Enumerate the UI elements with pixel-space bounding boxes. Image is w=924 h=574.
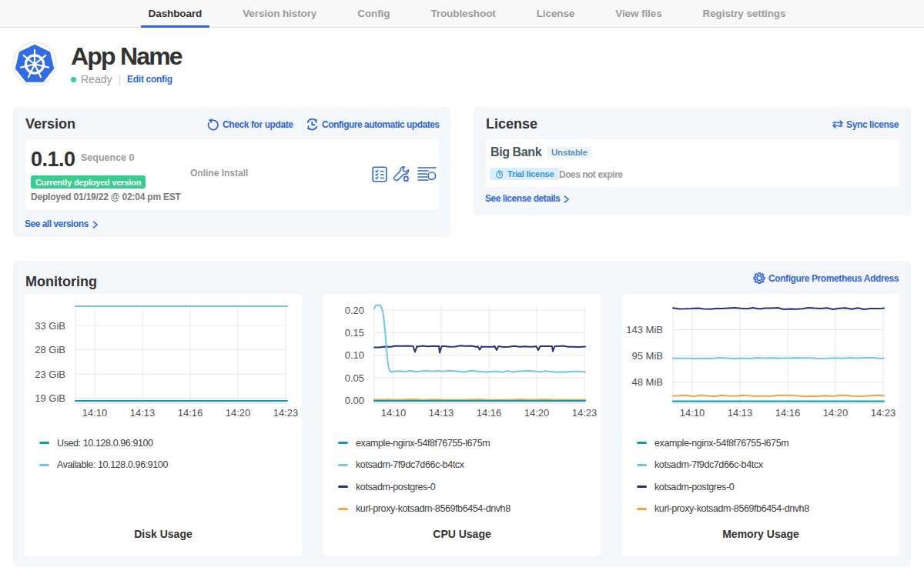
svg-text:14:13: 14:13 xyxy=(728,407,753,419)
svg-text:14:20: 14:20 xyxy=(524,407,550,419)
svg-text:0.10: 0.10 xyxy=(345,349,364,361)
svg-text:33 GiB: 33 GiB xyxy=(35,320,65,332)
svg-text:14:10: 14:10 xyxy=(82,407,108,419)
svg-text:28 GiB: 28 GiB xyxy=(35,344,65,355)
svg-text:14:13: 14:13 xyxy=(130,407,156,419)
svg-text:95 MiB: 95 MiB xyxy=(632,350,663,362)
svg-text:0.05: 0.05 xyxy=(345,372,364,384)
svg-text:19 GiB: 19 GiB xyxy=(35,392,65,404)
svg-text:0.00: 0.00 xyxy=(345,395,364,406)
svg-text:14:16: 14:16 xyxy=(775,407,801,419)
svg-text:0.15: 0.15 xyxy=(345,327,364,339)
svg-text:14:10: 14:10 xyxy=(680,407,705,419)
svg-text:14:23: 14:23 xyxy=(871,407,896,419)
svg-text:14:20: 14:20 xyxy=(823,407,849,419)
svg-text:48 MiB: 48 MiB xyxy=(632,376,663,388)
svg-text:23 GiB: 23 GiB xyxy=(35,369,65,380)
svg-text:0.20: 0.20 xyxy=(345,305,364,316)
svg-text:14:13: 14:13 xyxy=(429,407,454,419)
svg-text:14:23: 14:23 xyxy=(572,407,598,419)
svg-text:14:16: 14:16 xyxy=(178,407,203,419)
svg-text:143 MiB: 143 MiB xyxy=(626,324,663,335)
svg-text:14:20: 14:20 xyxy=(226,407,251,419)
svg-text:14:10: 14:10 xyxy=(381,407,407,419)
svg-text:14:23: 14:23 xyxy=(273,407,299,419)
svg-text:14:16: 14:16 xyxy=(477,407,502,419)
